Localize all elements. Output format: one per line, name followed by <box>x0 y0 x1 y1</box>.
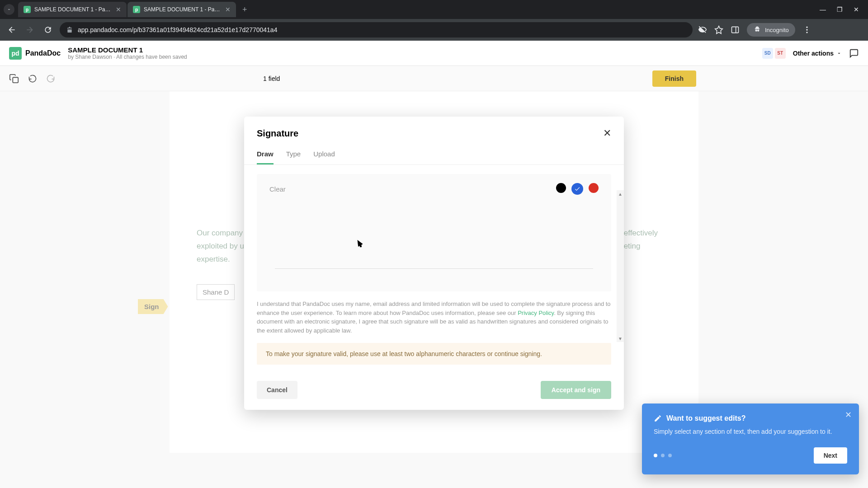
cancel-button[interactable]: Cancel <box>257 381 297 399</box>
svg-rect-5 <box>13 77 18 83</box>
tour-body: Simply select any section of text, then … <box>654 427 847 436</box>
pandadoc-favicon: p <box>24 6 31 13</box>
svg-rect-0 <box>732 27 739 33</box>
reload-button[interactable] <box>42 23 54 36</box>
tab-title: SAMPLE DOCUMENT 1 - Panda <box>144 6 222 13</box>
close-icon[interactable]: ✕ <box>845 410 852 420</box>
tab-title: SAMPLE DOCUMENT 1 - Panda <box>34 6 112 13</box>
address-bar[interactable]: app.pandadoc.com/p/b37361a01f39494824cd2… <box>60 22 693 38</box>
color-picker <box>556 183 599 195</box>
window-controls: — ❐ ✕ <box>820 6 864 13</box>
menu-icon[interactable] <box>802 25 811 34</box>
pandadoc-logo[interactable]: pd PandaDoc <box>9 47 61 60</box>
close-icon[interactable]: ✕ <box>116 6 121 13</box>
color-black[interactable] <box>556 183 566 193</box>
tour-dot[interactable] <box>661 454 665 457</box>
incognito-badge[interactable]: Incognito <box>747 23 795 37</box>
scroll-up-icon[interactable]: ▲ <box>617 190 624 197</box>
browser-tab-strip: p SAMPLE DOCUMENT 1 - Panda ✕ p SAMPLE D… <box>0 0 868 19</box>
cursor-icon <box>355 239 363 247</box>
tour-dot[interactable] <box>654 454 657 457</box>
finish-button[interactable]: Finish <box>652 70 696 87</box>
modal-scrollbar[interactable]: ▲ ▼ <box>617 190 624 342</box>
document-info: SAMPLE DOCUMENT 1 by Shane Dawson · All … <box>68 46 187 60</box>
signature-line <box>275 268 593 269</box>
maximize-icon[interactable]: ❐ <box>837 6 843 13</box>
incognito-label: Incognito <box>765 27 789 33</box>
copy-icon[interactable] <box>9 74 19 84</box>
chevron-down-icon <box>836 51 842 56</box>
tab-search-dropdown[interactable] <box>4 4 14 15</box>
browser-toolbar: app.pandadoc.com/p/b37361a01f39494824cd2… <box>0 19 868 41</box>
pandadoc-favicon: p <box>133 6 140 13</box>
avatar[interactable]: SD <box>762 48 773 59</box>
document-canvas: Sign Our company delivers expertise in t… <box>0 91 868 488</box>
browser-tab-active[interactable]: p SAMPLE DOCUMENT 1 - Panda ✕ <box>127 2 236 17</box>
tab-type[interactable]: Type <box>286 145 301 164</box>
comment-icon[interactable] <box>849 48 859 58</box>
check-icon <box>574 186 580 192</box>
validation-warning: To make your signature valid, please use… <box>257 343 611 365</box>
document-title: SAMPLE DOCUMENT 1 <box>68 46 187 54</box>
forward-button[interactable] <box>24 23 36 36</box>
tour-popup: ✕ Want to suggest edits? Simply select a… <box>642 404 859 474</box>
bookmark-icon[interactable] <box>714 25 723 34</box>
consent-text: I understand that PandaDoc uses my name,… <box>257 300 611 335</box>
logo-text: PandaDoc <box>25 49 61 57</box>
clear-button[interactable]: Clear <box>269 185 286 193</box>
color-red[interactable] <box>589 183 599 193</box>
other-actions-dropdown[interactable]: Other actions <box>793 50 842 57</box>
tour-dot[interactable] <box>668 454 672 457</box>
site-settings-icon[interactable] <box>66 26 73 33</box>
tab-upload[interactable]: Upload <box>313 145 335 164</box>
svg-point-4 <box>806 32 807 33</box>
scroll-down-icon[interactable]: ▼ <box>617 335 624 342</box>
close-window-icon[interactable]: ✕ <box>854 6 859 13</box>
svg-point-2 <box>806 27 807 28</box>
tour-next-button[interactable]: Next <box>814 447 847 464</box>
field-count: 1 field <box>263 75 280 82</box>
minimize-icon[interactable]: — <box>820 6 826 13</box>
browser-tab[interactable]: p SAMPLE DOCUMENT 1 - Panda ✕ <box>18 2 127 17</box>
side-panel-icon[interactable] <box>731 25 740 34</box>
collaborator-avatars[interactable]: SD ST <box>762 48 786 59</box>
tour-progress-dots <box>654 454 672 457</box>
close-icon[interactable]: ✕ <box>603 127 611 139</box>
eye-off-icon[interactable] <box>698 25 707 34</box>
logo-icon: pd <box>9 47 22 60</box>
new-tab-button[interactable]: + <box>237 5 253 14</box>
close-icon[interactable]: ✕ <box>225 6 231 13</box>
undo-icon[interactable] <box>28 74 37 83</box>
redo-icon[interactable] <box>46 74 55 83</box>
modal-title: Signature <box>257 128 298 139</box>
accept-and-sign-button[interactable]: Accept and sign <box>541 381 611 399</box>
pencil-icon <box>654 414 662 422</box>
privacy-policy-link[interactable]: Privacy Policy <box>518 310 554 316</box>
url-text: app.pandadoc.com/p/b37361a01f39494824cd2… <box>78 26 686 33</box>
editor-toolbar: 1 field Finish <box>0 66 868 91</box>
signature-tabs: Draw Type Upload <box>244 145 624 165</box>
tab-draw[interactable]: Draw <box>257 145 274 164</box>
signature-modal: Signature ✕ Draw Type Upload Clear <box>244 117 624 410</box>
document-meta: by Shane Dawson · All changes have been … <box>68 54 187 60</box>
color-blue-selected[interactable] <box>571 183 583 195</box>
signature-draw-canvas[interactable]: Clear <box>257 174 611 291</box>
tour-title: Want to suggest edits? <box>666 414 745 422</box>
avatar[interactable]: ST <box>775 48 786 59</box>
back-button[interactable] <box>5 23 18 36</box>
app-header: pd PandaDoc SAMPLE DOCUMENT 1 by Shane D… <box>0 41 868 66</box>
svg-point-3 <box>806 29 807 30</box>
